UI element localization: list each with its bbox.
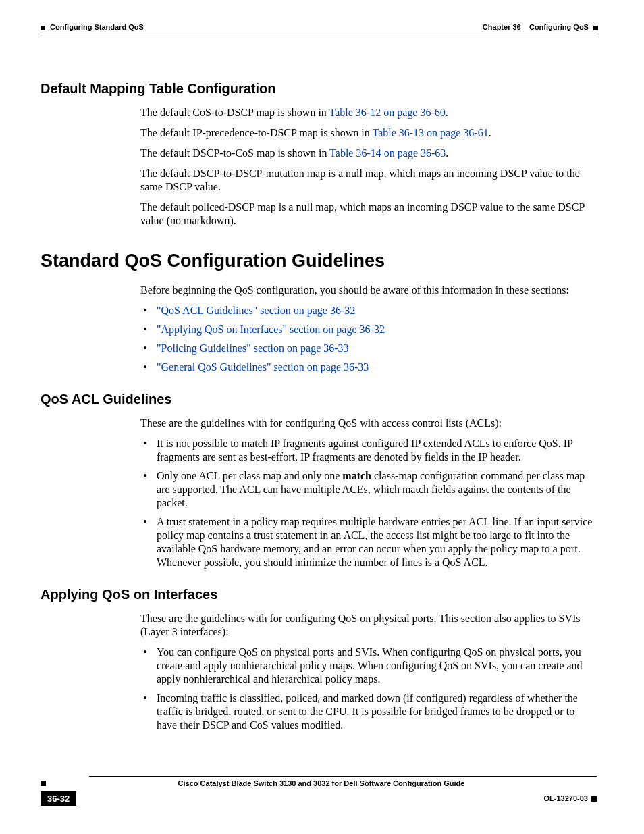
acl-guidelines-list: It is not possible to match IP fragments… [140, 437, 597, 569]
header-section: Configuring Standard QoS [41, 23, 144, 31]
list-item: "QoS ACL Guidelines" section on page 36-… [140, 304, 597, 317]
chapter-number: Chapter 36 [483, 23, 521, 31]
link-table-36-12[interactable]: Table 36-12 on page 36-60 [329, 107, 446, 118]
header-marker-icon [593, 26, 598, 30]
list-item: A trust statement in a policy map requir… [140, 515, 597, 569]
heading-standard-qos-guidelines: Standard QoS Configuration Guidelines [41, 251, 597, 271]
header-rule [41, 34, 595, 34]
paragraph: These are the guidelines with for config… [140, 417, 597, 430]
link-general-qos-guidelines[interactable]: "General QoS Guidelines" section on page… [157, 361, 369, 373]
paragraph: The default IP-precedence-to-DSCP map is… [140, 126, 597, 140]
header-chapter: Chapter 36 Configuring QoS [483, 23, 598, 31]
link-policing-guidelines[interactable]: "Policing Guidelines" section on page 36… [157, 342, 349, 354]
heading-applying-qos-interfaces: Applying QoS on Interfaces [41, 587, 597, 602]
link-table-36-13[interactable]: Table 36-13 on page 36-61 [372, 127, 488, 138]
footer-marker-icon [591, 796, 597, 802]
list-item: Incoming traffic is classified, policed,… [140, 692, 597, 732]
footer-marker-icon [41, 781, 46, 786]
list-item: "Applying QoS on Interfaces" section on … [140, 323, 597, 336]
page-number: 36-32 [41, 791, 76, 806]
section-title: Configuring Standard QoS [50, 23, 144, 31]
paragraph: Before beginning the QoS configuration, … [140, 284, 597, 297]
header-marker-icon [41, 26, 45, 30]
list-item: You can configure QoS on physical ports … [140, 646, 597, 686]
link-table-36-14[interactable]: Table 36-14 on page 36-63 [329, 147, 446, 159]
interfaces-guidelines-list: You can configure QoS on physical ports … [140, 646, 597, 732]
guideline-links-list: "QoS ACL Guidelines" section on page 36-… [140, 304, 597, 374]
guide-title: Cisco Catalyst Blade Switch 3130 and 303… [178, 779, 465, 787]
list-item: Only one ACL per class map and only one … [140, 469, 597, 510]
paragraph: The default policed-DSCP map is a null m… [140, 201, 597, 228]
list-item: "Policing Guidelines" section on page 36… [140, 342, 597, 355]
paragraph: The default DSCP-to-DSCP-mutation map is… [140, 167, 597, 194]
link-qos-acl-guidelines[interactable]: "QoS ACL Guidelines" section on page 36-… [157, 305, 355, 316]
page-footer: Cisco Catalyst Blade Switch 3130 and 303… [41, 776, 597, 806]
paragraph: The default DSCP-to-CoS map is shown in … [140, 147, 597, 160]
link-applying-qos-interfaces[interactable]: "Applying QoS on Interfaces" section on … [157, 323, 385, 335]
chapter-title: Configuring QoS [529, 23, 589, 31]
heading-qos-acl-guidelines: QoS ACL Guidelines [41, 392, 597, 407]
list-item: "General QoS Guidelines" section on page… [140, 361, 597, 374]
document-id: OL-13270-03 [544, 791, 597, 802]
paragraph: These are the guidelines with for config… [140, 612, 597, 639]
heading-default-mapping: Default Mapping Table Configuration [41, 81, 597, 97]
paragraph: The default CoS-to-DSCP map is shown in … [140, 106, 597, 120]
keyword-match: match [342, 470, 371, 481]
list-item: It is not possible to match IP fragments… [140, 437, 597, 464]
